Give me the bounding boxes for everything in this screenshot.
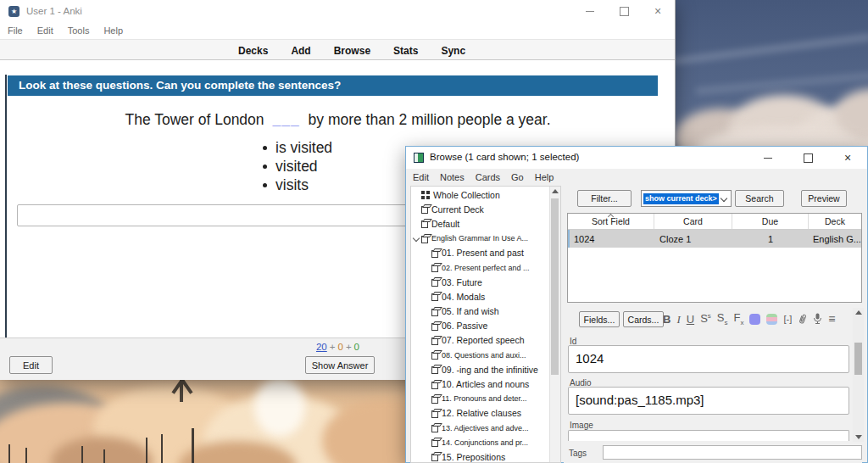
close-button[interactable]: × xyxy=(831,147,865,169)
bullet-icon xyxy=(263,183,267,187)
main-titlebar[interactable]: ★ User 1 - Anki × xyxy=(0,0,675,22)
column-header-sort-field[interactable]: Sort Field xyxy=(568,214,654,229)
sidebar-item-label: 15. Prepositions xyxy=(442,452,505,462)
column-header-card[interactable]: Card xyxy=(654,214,732,229)
deck-icon xyxy=(431,439,438,447)
sidebar-item-current-deck[interactable]: Current Deck xyxy=(411,202,549,216)
column-header-deck[interactable]: Deck xyxy=(809,214,861,229)
column-label: Deck xyxy=(825,216,845,226)
subscript-icon[interactable]: Ss xyxy=(717,312,728,326)
menu-edit[interactable]: Edit xyxy=(37,25,53,36)
field-input-audio[interactable]: [sound:pas_1185.mp3] xyxy=(568,387,849,415)
sidebar-item-deck[interactable]: 08. Questions and auxi... xyxy=(411,348,549,362)
card-question: The Tower of London ___ by more than 2 m… xyxy=(0,111,676,129)
sidebar-item-deck[interactable]: 09. -ing and the infinitive xyxy=(411,362,549,377)
highlight-color-icon[interactable] xyxy=(766,314,777,325)
menu-edit[interactable]: Edit xyxy=(413,172,429,182)
underline-icon[interactable]: U xyxy=(687,314,694,325)
sidebar-item-deck[interactable]: 02. Present perfect and ... xyxy=(411,260,549,275)
remove-formatting-icon[interactable]: Fx xyxy=(733,312,743,326)
bold-icon[interactable]: B xyxy=(663,314,670,325)
search-button[interactable]: Search xyxy=(735,190,784,207)
field-input-image[interactable] xyxy=(568,430,849,441)
sidebar-scrollbar[interactable] xyxy=(549,187,560,462)
sidebar-item-deck[interactable]: 03. Future xyxy=(411,275,549,289)
menu-file[interactable]: File xyxy=(8,25,23,36)
nav-browse[interactable]: Browse xyxy=(334,45,370,57)
sidebar-item-whole-collection[interactable]: Whole Collection xyxy=(411,187,549,202)
tags-input[interactable] xyxy=(603,445,862,460)
menu-help[interactable]: Help xyxy=(103,25,123,36)
sidebar-item-deck[interactable]: 05. If and wish xyxy=(411,304,549,319)
deck-icon xyxy=(431,265,438,272)
menu-go[interactable]: Go xyxy=(511,172,524,182)
filter-button[interactable]: Filter... xyxy=(577,190,632,207)
more-icon[interactable]: ≡ xyxy=(828,313,835,325)
launch-tower xyxy=(180,377,183,402)
superscript-icon[interactable]: Ss xyxy=(700,313,711,324)
column-header-due[interactable]: Due xyxy=(732,214,809,229)
table-row[interactable]: 1024 Cloze 1 1 English G... xyxy=(568,230,861,248)
browse-titlebar[interactable]: Browse (1 card shown; 1 selected) × xyxy=(406,147,867,169)
scrollbar-thumb[interactable] xyxy=(551,198,559,375)
edit-button[interactable]: Edit xyxy=(9,356,53,374)
main-menubar: File Edit Tools Help xyxy=(0,23,123,38)
scroll-up-icon[interactable] xyxy=(855,310,862,315)
sidebar-item-deck[interactable]: 15. Prepositions xyxy=(411,449,549,463)
scrollbar-thumb[interactable] xyxy=(854,343,862,375)
record-audio-icon[interactable] xyxy=(813,313,822,325)
deck-select-dropdown[interactable]: show current deck> xyxy=(641,190,732,207)
menu-cards[interactable]: Cards xyxy=(476,172,500,182)
scroll-up-icon[interactable] xyxy=(552,189,559,193)
menu-tools[interactable]: Tools xyxy=(68,25,90,36)
minimize-button[interactable] xyxy=(751,147,785,169)
fields-button[interactable]: Fields... xyxy=(579,311,620,327)
attachment-icon[interactable] xyxy=(796,312,809,326)
sidebar-item-deck[interactable]: 10. Articles and nouns xyxy=(411,377,549,391)
sidebar-item-english-grammar[interactable]: English Grammar In Use A... xyxy=(411,232,549,246)
sidebar-item-deck[interactable]: 01. Present and past xyxy=(411,246,549,260)
close-button[interactable]: × xyxy=(641,0,675,22)
chevron-down-icon[interactable] xyxy=(413,234,420,241)
pole xyxy=(25,448,27,463)
smoke-cloud xyxy=(254,377,305,437)
sidebar-item-deck[interactable]: 12. Relative clauses xyxy=(411,406,549,421)
sidebar-item-deck[interactable]: 06. Passive xyxy=(411,319,549,333)
field-input-id[interactable]: 1024 xyxy=(568,345,849,373)
text-color-icon[interactable] xyxy=(749,314,760,325)
preview-button[interactable]: Preview xyxy=(801,190,847,207)
cloze-icon[interactable]: [-] xyxy=(783,315,792,324)
pole xyxy=(8,444,10,463)
italic-icon[interactable]: I xyxy=(676,314,680,325)
sidebar-item-deck[interactable]: 14. Conjunctions and pr... xyxy=(411,435,549,449)
nav-stats[interactable]: Stats xyxy=(393,45,418,57)
tags-bar: Tags xyxy=(564,442,862,463)
sidebar-item-label: English Grammar In Use A... xyxy=(431,234,528,243)
sidebar-item-label: 01. Present and past xyxy=(442,248,524,258)
nav-decks[interactable]: Decks xyxy=(238,45,268,57)
minimize-button[interactable] xyxy=(573,0,607,22)
table-header: Sort Field Card Due Deck xyxy=(568,214,861,230)
deck-select-value: show current deck> xyxy=(643,193,719,204)
nav-add[interactable]: Add xyxy=(291,45,310,57)
minimize-icon xyxy=(764,158,772,159)
question-suffix: by more than 2 million people a year. xyxy=(309,111,551,128)
maximize-button[interactable] xyxy=(791,147,825,169)
column-label: Card xyxy=(683,216,703,226)
sidebar-item-deck[interactable]: 07. Reported speech xyxy=(411,333,549,348)
menu-help[interactable]: Help xyxy=(535,172,554,182)
editor-scrollbar[interactable] xyxy=(853,308,864,442)
sidebar-item-label: 06. Passive xyxy=(442,321,487,331)
sidebar-item-deck[interactable]: 11. Pronouns and deter... xyxy=(411,392,549,406)
sidebar-item-deck[interactable]: 13. Adjectives and adve... xyxy=(411,421,549,435)
cell-due: 1 xyxy=(732,230,809,248)
cards-button[interactable]: Cards... xyxy=(623,311,664,327)
show-answer-button[interactable]: Show Answer xyxy=(305,356,375,374)
pole xyxy=(103,449,105,463)
menu-notes[interactable]: Notes xyxy=(440,172,465,182)
sidebar-item-default[interactable]: Default xyxy=(411,216,549,231)
maximize-button[interactable] xyxy=(607,0,641,22)
nav-sync[interactable]: Sync xyxy=(441,45,465,57)
scroll-down-icon[interactable] xyxy=(855,435,862,439)
sidebar-item-deck[interactable]: 04. Modals xyxy=(411,289,549,304)
